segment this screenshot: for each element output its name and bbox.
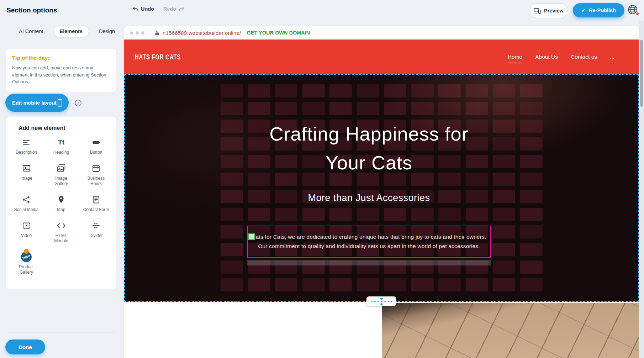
undo-button[interactable]: Undo xyxy=(132,6,154,12)
hero-heading[interactable]: Crafting Happiness for Your Cats xyxy=(125,120,613,177)
section-height-resize-handle[interactable] xyxy=(366,296,396,306)
button-icon xyxy=(92,137,100,148)
element-item-label: Business Hours xyxy=(83,176,109,186)
nav-item-contact-us[interactable]: Contact us xyxy=(571,54,597,60)
undo-label: Undo xyxy=(141,6,154,12)
done-button[interactable]: Done xyxy=(5,339,45,354)
element-item-label: Social Media xyxy=(14,207,39,212)
undo-redo-group: Undo Redo xyxy=(132,6,185,12)
dotted-resize-line xyxy=(371,301,392,302)
element-item-map[interactable]: Map xyxy=(44,194,79,212)
selected-text-element[interactable]: Hats for Cats, we are dedicated to craft… xyxy=(247,226,491,258)
nav-item-home[interactable]: Home xyxy=(508,54,522,60)
element-item-label: Image Gallery xyxy=(48,176,74,186)
hero-subheading[interactable]: More than Just Accessories xyxy=(125,193,613,204)
element-item-label: Map xyxy=(57,207,65,212)
hero-section[interactable]: Crafting Happiness for Your Cats More th… xyxy=(124,74,639,302)
element-item-business-hours[interactable]: Business Hours xyxy=(79,163,114,186)
contact-form-icon xyxy=(92,194,100,205)
tip-of-the-day-card: Tip of the day: Now you can add, move an… xyxy=(6,49,116,92)
tab-ai-content[interactable]: AI Content xyxy=(13,26,49,37)
tip-title: Tip of the day: xyxy=(12,55,110,61)
browser-chrome-bar: n1566589.websitebuilder.online/ GET YOUR… xyxy=(124,26,639,40)
sidebar-tabs: AI Content Elements Design xyxy=(13,26,121,37)
window-dot xyxy=(141,31,144,35)
site-logo[interactable]: HATS FOR CATS xyxy=(135,53,181,61)
add-element-title: Add new element xyxy=(9,125,114,131)
element-item-button[interactable]: Button xyxy=(79,137,114,155)
sidebar-divider xyxy=(6,332,115,332)
element-item-label: Description xyxy=(16,150,37,155)
next-section[interactable] xyxy=(124,303,639,358)
element-item-video[interactable]: Video xyxy=(9,220,44,244)
devices-icon xyxy=(534,8,541,14)
page-title: Section options xyxy=(6,6,57,14)
preview-button[interactable]: Preview xyxy=(530,3,568,18)
element-item-label: Heading xyxy=(53,150,69,155)
element-item-label: Product Gallery xyxy=(13,264,39,275)
element-item-divider[interactable]: Divider xyxy=(79,220,114,244)
window-dot xyxy=(136,31,139,35)
divider-icon xyxy=(92,220,100,231)
resize-handle-green[interactable] xyxy=(248,233,255,240)
drag-ghost-strip xyxy=(247,260,491,265)
edit-mobile-layout-button[interactable]: Edit mobile layout xyxy=(5,94,69,112)
element-grid: Description Tt Heading Button Image Imag… xyxy=(9,137,114,275)
next-section-white-area xyxy=(124,303,382,358)
element-item-label: HTML Module xyxy=(48,233,74,244)
element-item-html-module[interactable]: HTML Module xyxy=(44,220,79,244)
element-item-contact-form[interactable]: Contact Form xyxy=(79,194,114,212)
language-globe-button[interactable] xyxy=(627,4,639,16)
element-item-label: Divider xyxy=(89,233,102,238)
site-nav: Home About Us Contact us ... xyxy=(508,54,614,60)
map-icon xyxy=(57,194,65,205)
republish-label: Re-Publish xyxy=(589,7,616,13)
next-section-photo xyxy=(382,303,639,358)
add-new-element-panel: Add new element Description Tt Heading B… xyxy=(6,117,116,289)
nav-item-about-us[interactable]: About Us xyxy=(535,54,558,60)
product-gallery-icon: SHOP ↑ xyxy=(21,252,32,262)
element-item-heading[interactable]: Tt Heading xyxy=(44,137,79,155)
upgrade-badge-icon: ↑ xyxy=(24,249,29,254)
social-media-icon xyxy=(22,194,31,205)
hero-paragraph: Hats for Cats, we are dedicated to craft… xyxy=(252,232,486,251)
business-hours-icon xyxy=(92,163,100,174)
get-domain-link[interactable]: GET YOUR OWN DOMAIN xyxy=(247,30,310,36)
image-icon xyxy=(22,163,31,174)
image-gallery-icon xyxy=(57,163,66,174)
scrollbar-thumb[interactable] xyxy=(640,40,643,107)
video-icon xyxy=(22,220,31,231)
undo-icon xyxy=(132,6,138,11)
hero-content: Crafting Happiness for Your Cats More th… xyxy=(125,75,613,301)
element-item-image[interactable]: Image xyxy=(9,163,44,186)
window-dot xyxy=(130,31,133,35)
info-icon[interactable]: i xyxy=(75,100,81,106)
tab-design[interactable]: Design xyxy=(93,26,121,37)
nav-item-more[interactable]: ... xyxy=(610,54,614,60)
redo-button[interactable]: Redo xyxy=(163,6,185,12)
heading-icon: Tt xyxy=(58,137,64,148)
description-icon xyxy=(22,137,31,148)
tab-elements[interactable]: Elements xyxy=(54,26,89,37)
element-item-label: Video xyxy=(21,233,32,238)
notification-dot xyxy=(636,12,639,15)
redo-icon xyxy=(179,6,185,11)
top-bar: Section options Undo Redo Preview ✓ Re-P… xyxy=(0,0,644,21)
element-item-label: Image xyxy=(20,176,32,181)
site-url: n1566589.websitebuilder.online/ xyxy=(163,30,241,36)
check-icon: ✓ xyxy=(581,7,586,13)
redo-label: Redo xyxy=(163,6,176,12)
element-item-social-media[interactable]: Social Media xyxy=(9,194,44,212)
element-item-description[interactable]: Description xyxy=(9,137,44,155)
element-item-image-gallery[interactable]: Image Gallery xyxy=(44,163,79,186)
element-item-label: Contact Form xyxy=(83,207,109,212)
phone-icon xyxy=(57,99,63,107)
tip-body: Now you can add, move and resize any ele… xyxy=(12,64,110,85)
element-item-product-gallery[interactable]: SHOP ↑ Product Gallery xyxy=(9,252,44,275)
scrollbar xyxy=(639,21,644,358)
preview-label: Preview xyxy=(544,8,564,14)
lock-icon xyxy=(155,30,159,36)
element-item-label: Button xyxy=(90,150,102,155)
html-module-icon xyxy=(57,220,66,231)
republish-button[interactable]: ✓ Re-Publish xyxy=(573,3,624,17)
